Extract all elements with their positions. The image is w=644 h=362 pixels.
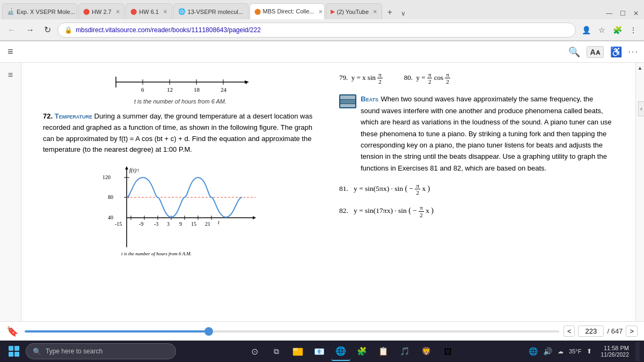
tray-upload-icon[interactable]: ⬆ [584,346,594,356]
sidebar-toggle-button[interactable]: ≡ [5,45,16,58]
tab-close-youtube[interactable]: × [373,8,377,16]
tab-label-hw27: HW 2.7 [92,9,112,15]
tab-youtube[interactable]: ▶ (2) YouTube × [326,3,382,19]
tab-hw61[interactable]: ⬤ HW 6.1 × [126,3,172,19]
current-page-input[interactable] [578,326,604,337]
start-tile-4 [14,352,19,357]
taskbar-mail-button[interactable]: 📧 [310,342,329,361]
problem-81: 81. y = sin(5πx) · sin ( − π 2 x ) [339,182,614,196]
accessibility-button[interactable]: ♿ [608,45,624,59]
left-sidebar-toggle[interactable]: ≡ [5,67,16,83]
taskbar-taskview-button[interactable]: ⧉ [267,342,286,361]
explorer-icon [292,346,303,356]
prob82-number: 82. [339,206,348,215]
tab-exp-vsepr[interactable]: 🔬 Exp. X VSEPR Mole... × [2,3,77,19]
problem-72-label: Temperature [55,112,92,120]
prob82-paren-close: ) [431,206,434,215]
sidebar-collapse-button[interactable]: ‹ [638,101,644,116]
show-desktop-button[interactable] [635,342,640,361]
reader-toolbar: ≡ 🔍 Aᴀ ♿ ··· [0,41,644,63]
svg-text:12: 12 [167,86,173,93]
tab-icon-exp: 🔬 [7,8,14,15]
next-page-button[interactable]: > [626,326,638,337]
tab-overflow-button[interactable]: ∨ [398,8,409,19]
taskbar-edge-button[interactable]: 🌐 [331,342,350,361]
star-button[interactable]: ☆ [596,24,608,36]
tab-label-youtube: (2) YouTube [337,9,369,15]
taskbar-app9-button[interactable]: 🖼 [438,342,458,361]
scroll-up-button[interactable]: ▲ [638,65,643,71]
svg-text:3: 3 [167,221,170,227]
svg-text:18: 18 [194,86,200,93]
start-tile-3 [9,352,13,357]
tab-label-hw61: HW 6.1 [139,9,159,15]
settings-button[interactable]: ⋮ [627,24,640,36]
prev-page-button[interactable]: < [564,326,575,337]
tray-weather-icon[interactable]: ☁ [555,347,566,356]
minimize-button[interactable]: — [603,8,616,19]
tab-close-mbs[interactable]: × [319,8,323,16]
left-column: 6 12 18 24 t t is the number of hours fr… [43,71,318,333]
system-clock[interactable]: 11:58 PM 11/26/2022 [596,345,633,358]
taskbar-app8-button[interactable]: 🦁 [417,342,436,361]
tray-network-icon[interactable]: 🌐 [526,346,540,357]
bottom-progress-bar: 🔖 < / 647 > [0,321,644,341]
font-size-button[interactable]: Aᴀ [587,46,604,58]
top-axis-svg: 6 12 18 24 t [105,71,255,98]
prob79-frac-den: 2 [378,78,382,85]
right-column: 79. y = x sin π 2 80. y = π 2 cos π [339,71,614,333]
progress-bar[interactable] [25,330,559,333]
taskbar-app6-button[interactable]: 📋 [374,342,393,361]
prob80-frac1-den: 2 [428,78,431,85]
tab-close-hw61[interactable]: × [163,8,167,16]
tab-hw27[interactable]: ⬤ HW 2.7 × [78,3,125,19]
tab-label-vsepr: 13-VSEPR molecul... [188,9,243,15]
temperature-graph-svg: 120 80 40 f(t)↑ -15 -9 -3 3 9 [100,164,261,261]
svg-text:24: 24 [221,86,227,93]
svg-text:6: 6 [141,86,144,93]
content-area: ≡ 6 12 18 24 [0,63,644,341]
prob81-paren-close: ) [428,184,430,193]
tab-mbs[interactable]: ⬤ MBS Direct: Colle... × [250,3,325,19]
extensions-button[interactable]: 🧩 [610,24,625,36]
taskbar-app7-button[interactable]: 🎵 [396,342,415,361]
taskbar-search-bar[interactable]: 🔍 Type here to search [26,343,176,359]
taskbar-app5-button[interactable]: 🧩 [353,342,372,361]
tab-bar: 🔬 Exp. X VSEPR Mole... × ⬤ HW 2.7 × ⬤ HW… [0,0,644,19]
tab-icon-youtube: ▶ [331,8,335,15]
bookmark-button[interactable]: 🔖 [6,326,18,337]
svg-text:-15: -15 [115,221,122,227]
svg-marker-15 [253,216,256,219]
problem-72: 72. Temperature During a summer day, the… [43,111,318,156]
tab-label-exp: Exp. X VSEPR Mole... [17,9,75,15]
more-options-button[interactable]: ··· [628,47,639,57]
start-button[interactable] [4,342,24,361]
page-navigation: < / 647 > [564,326,638,337]
svg-text:40: 40 [108,215,113,220]
tab-close-hw27[interactable]: × [116,8,120,16]
problem-82: 82. y = sin(17πx) · sin ( − π 2 x ) [339,204,614,218]
svg-marker-13 [125,166,128,169]
profile-button[interactable]: 👤 [579,24,594,36]
restore-button[interactable]: ☐ [617,8,629,19]
tray-volume-icon[interactable]: 🔊 [541,346,554,357]
back-button[interactable]: ← [4,23,19,37]
svg-text:t: t [218,219,219,225]
tray-temp-text: 35°F [567,347,583,356]
beats-icon-row2 [340,100,355,104]
prob80-frac2: π 2 [445,71,450,85]
search-button-reader[interactable]: 🔍 [566,45,582,59]
progress-thumb[interactable] [204,327,213,336]
tab-vsepr-mol[interactable]: 🌐 13-VSEPR molecul... × [173,3,248,19]
prob80-label: 80. y = [404,73,427,82]
taskbar-cortana-button[interactable]: ⊙ [245,342,265,361]
taskbar-explorer-button[interactable] [288,342,308,361]
taskbar-search-icon: 🔍 [33,348,41,356]
reload-button[interactable]: ↻ [41,23,54,37]
address-bar[interactable]: 🔒 mbsdirect.vitalsource.com/reader/books… [57,23,576,38]
prob81-frac-num: π [415,182,420,189]
forward-button[interactable]: → [23,23,38,37]
new-tab-button[interactable]: + [383,5,397,19]
close-window-button[interactable]: ✕ [630,8,642,19]
tab-close-vsepr[interactable]: × [247,8,248,16]
